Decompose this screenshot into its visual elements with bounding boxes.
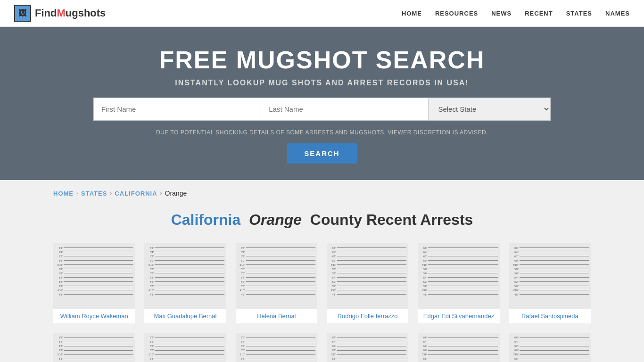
nav-resources[interactable]: RESOURCES <box>435 10 478 17</box>
mugshot-card[interactable]: 6'6"6'4"6'2"6'0"5'10"5'8"5'6"5'4"5'2"5'0… <box>509 333 591 362</box>
ruler-lines: 6'6"6'4"6'2"6'0"5'10"5'8"5'6"5'4"5'2"5'0… <box>146 246 224 296</box>
title-rest: County Recent Arrests <box>310 211 473 228</box>
breadcrumb-states[interactable]: States <box>81 190 107 197</box>
breadcrumb-home[interactable]: Home <box>53 190 74 197</box>
ruler-lines: 6'6"6'4"6'2"6'0"5'10"5'8"5'6"5'4"5'2"5'0… <box>146 336 224 362</box>
state-select[interactable]: Select StateAlabamaAlaskaArizonaArkansas… <box>429 98 551 121</box>
nav-states[interactable]: STATES <box>566 10 592 17</box>
nav-recent[interactable]: RECENT <box>525 10 553 17</box>
mugshot-name: Edgar Edi Silvahernandez <box>418 309 499 323</box>
hero-section: FREE MUGSHOT SEARCH INSTANTLY LOOKUP MUG… <box>0 27 644 180</box>
mugshot-name: William Royce Wakeman <box>53 309 135 323</box>
first-name-input[interactable] <box>93 98 261 121</box>
site-logo[interactable]: 🖼 FindMugshots <box>14 5 106 22</box>
mugshot-image: 6'6"6'4"6'2"6'0"5'10"5'8"5'6"5'4"5'2"5'0… <box>418 333 499 362</box>
ruler-lines: 6'6"6'4"6'2"6'0"5'10"5'8"5'6"5'4"5'2"5'0… <box>511 336 589 362</box>
mugshot-name: Max Guadalupe Bernal <box>144 309 226 323</box>
page-heading: California Orange County Recent Arrests <box>53 211 591 229</box>
logo-text: FindMugshots <box>35 7 106 19</box>
ruler-lines: 6'6"6'4"6'2"6'0"5'10"5'8"5'6"5'4"5'2"5'0… <box>329 336 406 362</box>
mugshot-image: 6'6"6'4"6'2"6'0"5'10"5'8"5'6"5'4"5'2"5'0… <box>236 243 317 309</box>
site-header: 🖼 FindMugshots HOME RESOURCES NEWS RECEN… <box>0 0 644 27</box>
ruler-lines: 6'6"6'4"6'2"6'0"5'10"5'8"5'6"5'4"5'2"5'0… <box>420 336 497 362</box>
logo-icon: 🖼 <box>14 5 31 22</box>
mugshot-card[interactable]: 6'6"6'4"6'2"6'0"5'10"5'8"5'6"5'4"5'2"5'0… <box>236 333 317 362</box>
mugshot-image: 6'6"6'4"6'2"6'0"5'10"5'8"5'6"5'4"5'2"5'0… <box>53 333 135 362</box>
nav-names[interactable]: NAMES <box>605 10 630 17</box>
nav-news[interactable]: NEWS <box>491 10 512 17</box>
mugshot-name: Helena Bernal <box>236 309 317 323</box>
search-form: Select StateAlabamaAlaskaArizonaArkansas… <box>93 98 551 121</box>
disclaimer-text: DUE TO POTENTIAL SHOCKING DETAILS OF SOM… <box>9 129 635 136</box>
mugshot-name: Rafael Santospineda <box>509 309 591 323</box>
breadcrumb-sep-3: › <box>160 190 162 197</box>
ruler-lines: 6'6"6'4"6'2"6'0"5'10"5'8"5'6"5'4"5'2"5'0… <box>329 246 406 296</box>
mugshot-image: 6'6"6'4"6'2"6'0"5'10"5'8"5'6"5'4"5'2"5'0… <box>418 243 499 309</box>
hero-title: FREE MUGSHOT SEARCH <box>9 46 635 74</box>
ruler-lines: 6'6"6'4"6'2"6'0"5'10"5'8"5'6"5'4"5'2"5'0… <box>238 336 315 362</box>
main-content: Home › States › California › Orange Cali… <box>39 180 605 362</box>
mugshot-card[interactable]: 6'6"6'4"6'2"6'0"5'10"5'8"5'6"5'4"5'2"5'0… <box>53 333 135 362</box>
mugshot-image: 6'6"6'4"6'2"6'0"5'10"5'8"5'6"5'4"5'2"5'0… <box>144 333 226 362</box>
ruler-lines: 6'6"6'4"6'2"6'0"5'10"5'8"5'6"5'4"5'2"5'0… <box>511 246 589 296</box>
hero-subtitle: INSTANTLY LOOKUP MUG SHOTS AND ARREST RE… <box>9 79 635 87</box>
title-california: California <box>171 211 241 228</box>
mugshot-image: 6'6"6'4"6'2"6'0"5'10"5'8"5'6"5'4"5'2"5'0… <box>236 333 317 362</box>
breadcrumb-sep-1: › <box>76 190 78 197</box>
mugshot-card[interactable]: 6'6"6'4"6'2"6'0"5'10"5'8"5'6"5'4"5'2"5'0… <box>53 243 135 323</box>
mugshot-image: 6'6"6'4"6'2"6'0"5'10"5'8"5'6"5'4"5'2"5'0… <box>327 333 408 362</box>
mugshot-card[interactable]: 6'6"6'4"6'2"6'0"5'10"5'8"5'6"5'4"5'2"5'0… <box>327 243 408 323</box>
nav-home[interactable]: HOME <box>402 10 422 17</box>
mugshot-image: 6'6"6'4"6'2"6'0"5'10"5'8"5'6"5'4"5'2"5'0… <box>509 243 591 309</box>
mugshot-image: 6'6"6'4"6'2"6'0"5'10"5'8"5'6"5'4"5'2"5'0… <box>53 243 135 309</box>
mugshot-card[interactable]: 6'6"6'4"6'2"6'0"5'10"5'8"5'6"5'4"5'2"5'0… <box>418 243 499 323</box>
ruler-lines: 6'6"6'4"6'2"6'0"5'10"5'8"5'6"5'4"5'2"5'0… <box>238 246 315 296</box>
mugshot-card[interactable]: 6'6"6'4"6'2"6'0"5'10"5'8"5'6"5'4"5'2"5'0… <box>509 243 591 323</box>
breadcrumb-california[interactable]: California <box>115 190 157 197</box>
main-nav: HOME RESOURCES NEWS RECENT STATES NAMES <box>402 10 630 17</box>
breadcrumb-sep-2: › <box>110 190 112 197</box>
last-name-input[interactable] <box>261 98 429 121</box>
mugshot-card[interactable]: 6'6"6'4"6'2"6'0"5'10"5'8"5'6"5'4"5'2"5'0… <box>144 333 226 362</box>
mugshot-card[interactable]: 6'6"6'4"6'2"6'0"5'10"5'8"5'6"5'4"5'2"5'0… <box>144 243 226 323</box>
mugshot-card[interactable]: 6'6"6'4"6'2"6'0"5'10"5'8"5'6"5'4"5'2"5'0… <box>327 333 408 362</box>
ruler-lines: 6'6"6'4"6'2"6'0"5'10"5'8"5'6"5'4"5'2"5'0… <box>420 246 497 296</box>
title-orange: Orange <box>249 211 302 228</box>
breadcrumb-current: Orange <box>165 189 187 197</box>
mugshot-name: Rodrigo Folle ferrazzo <box>327 309 408 323</box>
ruler-lines: 6'6"6'4"6'2"6'0"5'10"5'8"5'6"5'4"5'2"5'0… <box>55 246 133 296</box>
ruler-lines: 6'6"6'4"6'2"6'0"5'10"5'8"5'6"5'4"5'2"5'0… <box>55 336 133 362</box>
mugshot-image: 6'6"6'4"6'2"6'0"5'10"5'8"5'6"5'4"5'2"5'0… <box>327 243 408 309</box>
page-title: California Orange County Recent Arrests <box>53 211 591 229</box>
breadcrumb: Home › States › California › Orange <box>53 189 591 197</box>
mugshot-image: 6'6"6'4"6'2"6'0"5'10"5'8"5'6"5'4"5'2"5'0… <box>144 243 226 309</box>
mugshot-image: 6'6"6'4"6'2"6'0"5'10"5'8"5'6"5'4"5'2"5'0… <box>509 333 591 362</box>
mugshot-card[interactable]: 6'6"6'4"6'2"6'0"5'10"5'8"5'6"5'4"5'2"5'0… <box>236 243 317 323</box>
mugshot-card[interactable]: 6'6"6'4"6'2"6'0"5'10"5'8"5'6"5'4"5'2"5'0… <box>418 333 499 362</box>
search-button[interactable]: SEARCH <box>287 143 356 164</box>
mugshot-grid: 6'6"6'4"6'2"6'0"5'10"5'8"5'6"5'4"5'2"5'0… <box>53 243 591 362</box>
